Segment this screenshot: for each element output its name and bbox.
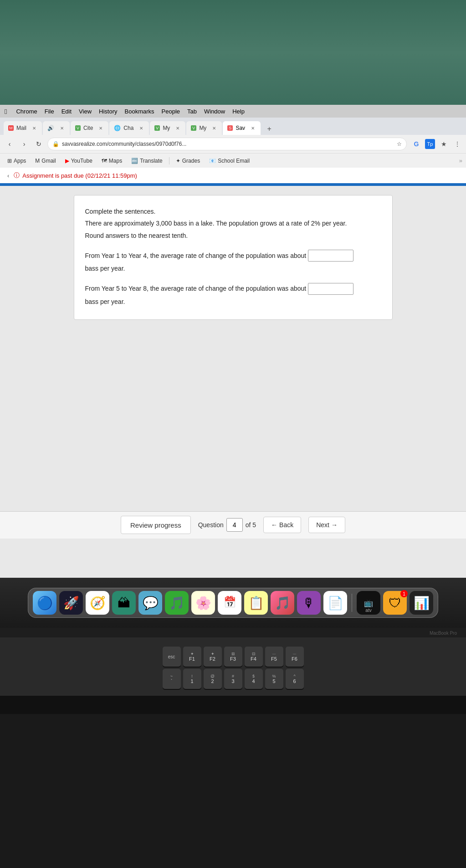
- menu-window[interactable]: Window: [204, 108, 225, 115]
- tab-sav-label: Sav: [236, 125, 245, 131]
- menu-file[interactable]: File: [45, 108, 54, 115]
- tab-mail[interactable]: M Mail ✕: [4, 121, 42, 135]
- menu-view[interactable]: View: [79, 108, 92, 115]
- menu-bookmarks[interactable]: Bookmarks: [125, 108, 154, 115]
- dock-messages[interactable]: 💬: [138, 591, 162, 615]
- dock-stocks[interactable]: 📊: [410, 591, 433, 615]
- next-arrow-icon: →: [331, 521, 338, 529]
- reload-button[interactable]: ↻: [33, 138, 45, 150]
- tab-sav[interactable]: S Sav ✕: [223, 121, 261, 135]
- sentence1-input[interactable]: [308, 250, 353, 262]
- appletv-icon: 📺: [364, 599, 373, 607]
- dock-music-note[interactable]: 🎵: [165, 591, 189, 615]
- key-6[interactable]: ^ 6: [286, 669, 304, 689]
- forward-nav-button[interactable]: ›: [18, 138, 30, 150]
- bookmark-maps[interactable]: 🗺 Maps: [98, 156, 126, 165]
- menu-help[interactable]: Help: [232, 108, 245, 115]
- dock-files[interactable]: 📄: [323, 591, 347, 615]
- dock-notes[interactable]: 📋: [244, 591, 268, 615]
- key-tilde-bottom: `: [171, 678, 173, 684]
- dock-photos-mountains[interactable]: 🏔: [112, 591, 136, 615]
- dock-podcasts[interactable]: 🎙: [297, 591, 321, 615]
- tab-my2-close[interactable]: ✕: [211, 125, 217, 131]
- dock-launchpad[interactable]: 🚀: [59, 591, 83, 615]
- google-icon[interactable]: G: [411, 139, 421, 149]
- bookmark-translate[interactable]: 🔤 Translate: [128, 156, 166, 165]
- tab-mail-close[interactable]: ✕: [31, 125, 37, 131]
- dock-finder[interactable]: 🔵: [33, 591, 56, 615]
- tab-my1[interactable]: V My ✕: [150, 121, 185, 135]
- tab-cha[interactable]: 🌐 Cha ✕: [109, 121, 149, 135]
- tab-sav-close[interactable]: ✕: [250, 125, 256, 131]
- address-bar[interactable]: 🔒 savvasrealize.com/community/classes/09…: [47, 138, 407, 150]
- menu-icon[interactable]: ⋮: [452, 139, 462, 149]
- bookmark-apps-label: Apps: [14, 158, 26, 164]
- dock-safari[interactable]: 🧭: [86, 591, 109, 615]
- tab-speaker[interactable]: 🔊 ✕: [43, 121, 70, 135]
- tab-cite-close[interactable]: ✕: [97, 125, 104, 131]
- tab-my1-close[interactable]: ✕: [174, 125, 181, 131]
- key-1[interactable]: ! 1: [183, 669, 201, 689]
- sentence2-prefix-text: From Year 5 to Year 8, the average rate …: [85, 283, 307, 293]
- tab-my1-label: My: [163, 125, 170, 131]
- menu-edit[interactable]: Edit: [61, 108, 72, 115]
- review-progress-button[interactable]: Review progress: [121, 516, 191, 534]
- tab-my2-label: My: [199, 125, 206, 131]
- key-f5[interactable]: ··· F5: [265, 647, 283, 667]
- dock-norton[interactable]: 🛡 1: [383, 591, 407, 615]
- dock-photos[interactable]: 🌸: [191, 591, 215, 615]
- tab-my2-favicon: V: [191, 125, 196, 131]
- key-f4[interactable]: ⊟ F4: [245, 647, 263, 667]
- next-button[interactable]: Next →: [308, 517, 345, 533]
- bookmark-apps[interactable]: ⊞ Apps: [4, 156, 30, 165]
- music-app-icon: 🎵: [275, 596, 291, 611]
- menu-tab[interactable]: Tab: [187, 108, 197, 115]
- key-1-top: !: [191, 674, 193, 678]
- macbook-label-area: MacBook Pro: [0, 628, 466, 637]
- bookmark-youtube[interactable]: ▶ YouTube: [61, 156, 96, 165]
- key-3[interactable]: # 3: [224, 669, 242, 689]
- key-f6[interactable]: ··· F6: [286, 647, 304, 667]
- key-2[interactable]: @ 2: [204, 669, 222, 689]
- key-f2[interactable]: ✦ F2: [204, 647, 222, 667]
- assignment-notice-bar: ‹ ⓘ Assignment is past due (02/12/21 11:…: [0, 168, 466, 184]
- bookmark-gmail[interactable]: M Gmail: [31, 156, 59, 165]
- tp-icon[interactable]: Tp: [425, 139, 435, 149]
- extensions-icon[interactable]: ★: [439, 139, 449, 149]
- back-arrow-icon[interactable]: ‹: [7, 172, 9, 179]
- key-f3[interactable]: ⊞ F3: [224, 647, 242, 667]
- menu-chrome[interactable]: Chrome: [16, 108, 37, 115]
- tab-cha-close[interactable]: ✕: [138, 125, 144, 131]
- back-button[interactable]: ← Back: [263, 517, 301, 533]
- new-tab-button[interactable]: +: [263, 123, 275, 135]
- key-esc[interactable]: esc: [163, 647, 181, 667]
- bookmark-grades[interactable]: ✦ Grades: [172, 156, 204, 165]
- apple-menu-icon[interactable]: : [5, 108, 7, 115]
- dock-music[interactable]: 🎵: [271, 591, 294, 615]
- key-6-top: ^: [293, 674, 295, 678]
- sentence2-input[interactable]: [308, 283, 353, 295]
- key-4[interactable]: $ 4: [245, 669, 263, 689]
- lock-icon: 🔒: [52, 141, 59, 147]
- star-icon[interactable]: ☆: [397, 141, 402, 147]
- tab-speaker-close[interactable]: ✕: [59, 125, 65, 131]
- tab-cite-label: Cite: [83, 125, 93, 131]
- key-f3-top: ⊞: [231, 652, 235, 656]
- bookmarks-more[interactable]: »: [459, 157, 462, 164]
- tab-cha-favicon: 🌐: [114, 125, 121, 131]
- dock-calendar[interactable]: 📅 25: [218, 591, 241, 615]
- tab-cite[interactable]: V Cite ✕: [71, 121, 108, 135]
- tab-my2[interactable]: V My ✕: [186, 121, 222, 135]
- key-tilde[interactable]: ~ `: [163, 669, 181, 689]
- bookmark-school-email[interactable]: 📧 School Email: [205, 156, 253, 165]
- bottom-bezel: [0, 696, 466, 714]
- dock-appletv[interactable]: 📺 atv: [357, 591, 380, 615]
- menu-people[interactable]: People: [162, 108, 180, 115]
- key-f1[interactable]: ✦ F1: [183, 647, 201, 667]
- back-nav-button[interactable]: ‹: [4, 138, 15, 150]
- menu-history[interactable]: History: [99, 108, 117, 115]
- music-note-icon: 🎵: [169, 596, 185, 611]
- key-f2-top: ✦: [211, 652, 215, 656]
- question-number-input[interactable]: [226, 518, 243, 532]
- key-5[interactable]: % 5: [265, 669, 283, 689]
